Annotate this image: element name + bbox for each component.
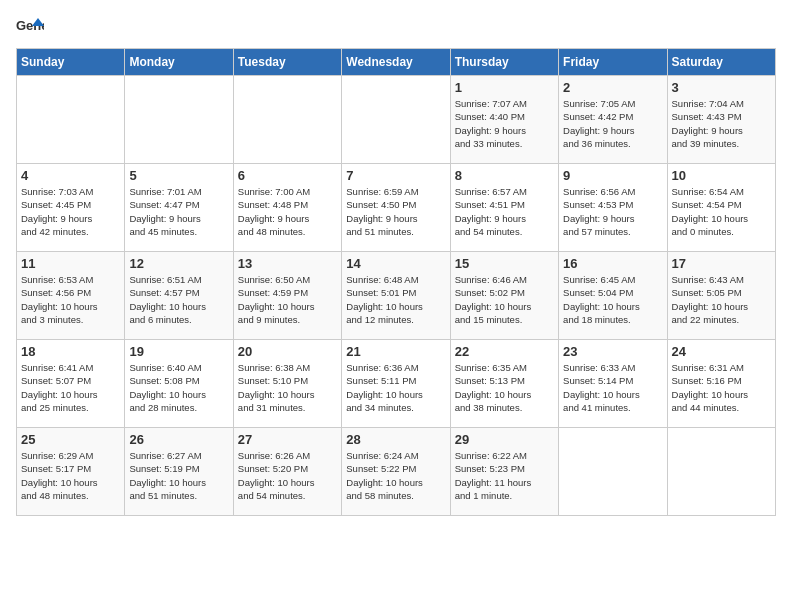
day-info: Sunrise: 6:48 AM Sunset: 5:01 PM Dayligh… (346, 273, 445, 326)
weekday-header: Tuesday (233, 49, 341, 76)
calendar-cell: 7Sunrise: 6:59 AM Sunset: 4:50 PM Daylig… (342, 164, 450, 252)
logo-icon: General (16, 16, 44, 38)
day-info: Sunrise: 6:33 AM Sunset: 5:14 PM Dayligh… (563, 361, 662, 414)
weekday-header: Wednesday (342, 49, 450, 76)
calendar-cell: 26Sunrise: 6:27 AM Sunset: 5:19 PM Dayli… (125, 428, 233, 516)
weekday-header: Saturday (667, 49, 775, 76)
day-number: 15 (455, 256, 554, 271)
calendar-table: SundayMondayTuesdayWednesdayThursdayFrid… (16, 48, 776, 516)
weekday-header: Thursday (450, 49, 558, 76)
calendar-cell: 22Sunrise: 6:35 AM Sunset: 5:13 PM Dayli… (450, 340, 558, 428)
calendar-cell: 4Sunrise: 7:03 AM Sunset: 4:45 PM Daylig… (17, 164, 125, 252)
day-info: Sunrise: 6:31 AM Sunset: 5:16 PM Dayligh… (672, 361, 771, 414)
day-info: Sunrise: 6:40 AM Sunset: 5:08 PM Dayligh… (129, 361, 228, 414)
day-info: Sunrise: 7:04 AM Sunset: 4:43 PM Dayligh… (672, 97, 771, 150)
day-number: 5 (129, 168, 228, 183)
day-number: 2 (563, 80, 662, 95)
day-number: 7 (346, 168, 445, 183)
day-number: 20 (238, 344, 337, 359)
calendar-cell: 16Sunrise: 6:45 AM Sunset: 5:04 PM Dayli… (559, 252, 667, 340)
day-number: 13 (238, 256, 337, 271)
day-number: 14 (346, 256, 445, 271)
calendar-cell: 24Sunrise: 6:31 AM Sunset: 5:16 PM Dayli… (667, 340, 775, 428)
calendar-cell (342, 76, 450, 164)
calendar-cell (559, 428, 667, 516)
calendar-cell: 6Sunrise: 7:00 AM Sunset: 4:48 PM Daylig… (233, 164, 341, 252)
day-info: Sunrise: 6:22 AM Sunset: 5:23 PM Dayligh… (455, 449, 554, 502)
day-number: 9 (563, 168, 662, 183)
logo: General (16, 16, 48, 38)
calendar-cell: 12Sunrise: 6:51 AM Sunset: 4:57 PM Dayli… (125, 252, 233, 340)
day-number: 11 (21, 256, 120, 271)
day-info: Sunrise: 6:35 AM Sunset: 5:13 PM Dayligh… (455, 361, 554, 414)
calendar-cell: 11Sunrise: 6:53 AM Sunset: 4:56 PM Dayli… (17, 252, 125, 340)
calendar-cell (125, 76, 233, 164)
calendar-cell: 29Sunrise: 6:22 AM Sunset: 5:23 PM Dayli… (450, 428, 558, 516)
day-number: 28 (346, 432, 445, 447)
day-info: Sunrise: 6:24 AM Sunset: 5:22 PM Dayligh… (346, 449, 445, 502)
day-info: Sunrise: 6:56 AM Sunset: 4:53 PM Dayligh… (563, 185, 662, 238)
day-number: 19 (129, 344, 228, 359)
day-info: Sunrise: 6:27 AM Sunset: 5:19 PM Dayligh… (129, 449, 228, 502)
day-info: Sunrise: 7:07 AM Sunset: 4:40 PM Dayligh… (455, 97, 554, 150)
day-number: 26 (129, 432, 228, 447)
calendar-cell: 23Sunrise: 6:33 AM Sunset: 5:14 PM Dayli… (559, 340, 667, 428)
calendar-week-row: 25Sunrise: 6:29 AM Sunset: 5:17 PM Dayli… (17, 428, 776, 516)
day-info: Sunrise: 7:00 AM Sunset: 4:48 PM Dayligh… (238, 185, 337, 238)
day-number: 29 (455, 432, 554, 447)
day-info: Sunrise: 7:01 AM Sunset: 4:47 PM Dayligh… (129, 185, 228, 238)
calendar-cell: 10Sunrise: 6:54 AM Sunset: 4:54 PM Dayli… (667, 164, 775, 252)
calendar-cell: 19Sunrise: 6:40 AM Sunset: 5:08 PM Dayli… (125, 340, 233, 428)
day-number: 16 (563, 256, 662, 271)
day-info: Sunrise: 6:51 AM Sunset: 4:57 PM Dayligh… (129, 273, 228, 326)
calendar-cell: 13Sunrise: 6:50 AM Sunset: 4:59 PM Dayli… (233, 252, 341, 340)
day-number: 6 (238, 168, 337, 183)
day-info: Sunrise: 7:05 AM Sunset: 4:42 PM Dayligh… (563, 97, 662, 150)
day-info: Sunrise: 6:26 AM Sunset: 5:20 PM Dayligh… (238, 449, 337, 502)
calendar-cell: 14Sunrise: 6:48 AM Sunset: 5:01 PM Dayli… (342, 252, 450, 340)
day-info: Sunrise: 6:57 AM Sunset: 4:51 PM Dayligh… (455, 185, 554, 238)
calendar-cell (17, 76, 125, 164)
day-info: Sunrise: 6:36 AM Sunset: 5:11 PM Dayligh… (346, 361, 445, 414)
calendar-cell: 9Sunrise: 6:56 AM Sunset: 4:53 PM Daylig… (559, 164, 667, 252)
day-number: 22 (455, 344, 554, 359)
day-number: 21 (346, 344, 445, 359)
day-number: 1 (455, 80, 554, 95)
calendar-cell: 18Sunrise: 6:41 AM Sunset: 5:07 PM Dayli… (17, 340, 125, 428)
calendar-week-row: 11Sunrise: 6:53 AM Sunset: 4:56 PM Dayli… (17, 252, 776, 340)
calendar-cell: 21Sunrise: 6:36 AM Sunset: 5:11 PM Dayli… (342, 340, 450, 428)
day-info: Sunrise: 6:50 AM Sunset: 4:59 PM Dayligh… (238, 273, 337, 326)
day-number: 8 (455, 168, 554, 183)
calendar-cell: 2Sunrise: 7:05 AM Sunset: 4:42 PM Daylig… (559, 76, 667, 164)
calendar-week-row: 4Sunrise: 7:03 AM Sunset: 4:45 PM Daylig… (17, 164, 776, 252)
day-number: 10 (672, 168, 771, 183)
day-info: Sunrise: 6:59 AM Sunset: 4:50 PM Dayligh… (346, 185, 445, 238)
calendar-cell: 25Sunrise: 6:29 AM Sunset: 5:17 PM Dayli… (17, 428, 125, 516)
day-number: 23 (563, 344, 662, 359)
day-info: Sunrise: 6:41 AM Sunset: 5:07 PM Dayligh… (21, 361, 120, 414)
header: General (16, 16, 776, 38)
weekday-header: Friday (559, 49, 667, 76)
day-info: Sunrise: 7:03 AM Sunset: 4:45 PM Dayligh… (21, 185, 120, 238)
calendar-cell: 5Sunrise: 7:01 AM Sunset: 4:47 PM Daylig… (125, 164, 233, 252)
calendar-cell: 15Sunrise: 6:46 AM Sunset: 5:02 PM Dayli… (450, 252, 558, 340)
day-info: Sunrise: 6:45 AM Sunset: 5:04 PM Dayligh… (563, 273, 662, 326)
calendar-cell: 28Sunrise: 6:24 AM Sunset: 5:22 PM Dayli… (342, 428, 450, 516)
calendar-cell (233, 76, 341, 164)
calendar-week-row: 18Sunrise: 6:41 AM Sunset: 5:07 PM Dayli… (17, 340, 776, 428)
weekday-header-row: SundayMondayTuesdayWednesdayThursdayFrid… (17, 49, 776, 76)
calendar-cell (667, 428, 775, 516)
day-number: 3 (672, 80, 771, 95)
day-number: 17 (672, 256, 771, 271)
weekday-header: Monday (125, 49, 233, 76)
day-info: Sunrise: 6:29 AM Sunset: 5:17 PM Dayligh… (21, 449, 120, 502)
calendar-cell: 8Sunrise: 6:57 AM Sunset: 4:51 PM Daylig… (450, 164, 558, 252)
calendar-cell: 1Sunrise: 7:07 AM Sunset: 4:40 PM Daylig… (450, 76, 558, 164)
day-info: Sunrise: 6:54 AM Sunset: 4:54 PM Dayligh… (672, 185, 771, 238)
day-info: Sunrise: 6:53 AM Sunset: 4:56 PM Dayligh… (21, 273, 120, 326)
day-number: 4 (21, 168, 120, 183)
calendar-cell: 27Sunrise: 6:26 AM Sunset: 5:20 PM Dayli… (233, 428, 341, 516)
day-info: Sunrise: 6:43 AM Sunset: 5:05 PM Dayligh… (672, 273, 771, 326)
day-number: 25 (21, 432, 120, 447)
day-number: 27 (238, 432, 337, 447)
